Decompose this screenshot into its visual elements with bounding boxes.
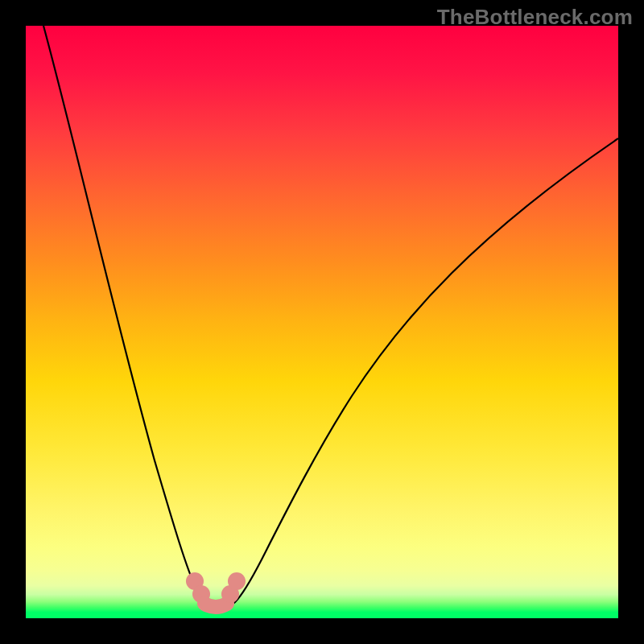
plot-area xyxy=(26,26,618,618)
marker-join xyxy=(204,604,227,607)
curve-layer xyxy=(26,26,618,618)
chart-container: TheBottleneck.com xyxy=(0,0,644,644)
marker-dot xyxy=(228,572,246,590)
bottleneck-curve xyxy=(43,26,618,607)
